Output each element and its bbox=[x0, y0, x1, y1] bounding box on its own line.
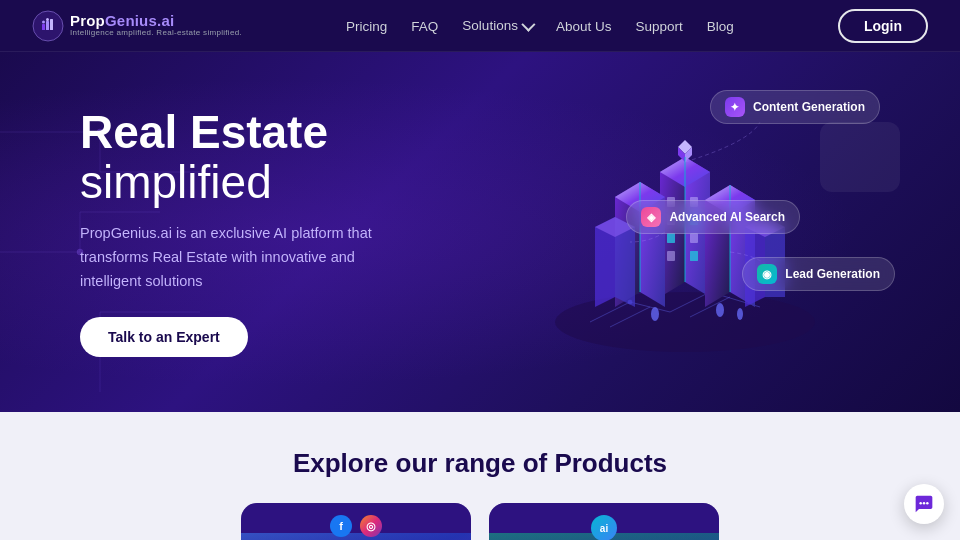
svg-rect-1 bbox=[42, 24, 45, 30]
cta-button[interactable]: Talk to an Expert bbox=[80, 317, 248, 357]
product-card-ai[interactable]: ai bbox=[489, 503, 719, 540]
svg-rect-40 bbox=[690, 251, 698, 261]
svg-rect-33 bbox=[667, 251, 675, 261]
nav-about[interactable]: About Us bbox=[556, 19, 612, 34]
logo-tagline: Intelligence amplified. Real-estate simp… bbox=[70, 29, 242, 38]
ai-search-icon: ◈ bbox=[641, 207, 661, 227]
hero-section: Real Estate simplified PropGenius.ai is … bbox=[0, 52, 960, 412]
nav-faq[interactable]: FAQ bbox=[411, 19, 438, 34]
float-card-lead-gen: ◉ Lead Generation bbox=[742, 257, 895, 291]
solutions-chevron-icon bbox=[521, 17, 535, 31]
nav-pricing[interactable]: Pricing bbox=[346, 19, 387, 34]
logo-text: PropGenius.ai Intelligence amplified. Re… bbox=[70, 13, 242, 38]
hero-content: Real Estate simplified PropGenius.ai is … bbox=[80, 107, 500, 358]
nav-support[interactable]: Support bbox=[635, 19, 682, 34]
products-grid: f ◎ ai bbox=[60, 503, 900, 540]
svg-rect-36 bbox=[690, 233, 698, 243]
svg-point-4 bbox=[42, 20, 45, 23]
navbar: PropGenius.ai Intelligence amplified. Re… bbox=[0, 0, 960, 52]
float-card-ai-search: ◈ Advanced AI Search bbox=[626, 200, 800, 234]
hero-description: PropGenius.ai is an exclusive AI platfor… bbox=[80, 222, 420, 294]
instagram-icon: ◎ bbox=[360, 515, 382, 537]
products-title: Explore our range of Products bbox=[60, 448, 900, 479]
svg-point-9 bbox=[555, 292, 815, 352]
float-card-content-gen: ✦ Content Generation bbox=[710, 90, 880, 124]
svg-point-49 bbox=[926, 502, 929, 505]
chat-icon bbox=[914, 494, 934, 514]
logo-name: PropGenius.ai bbox=[70, 13, 242, 30]
logo-icon bbox=[32, 10, 64, 42]
nav-solutions[interactable]: Solutions bbox=[462, 18, 532, 33]
gray-decoration bbox=[820, 122, 900, 192]
facebook-icon: f bbox=[330, 515, 352, 537]
svg-rect-2 bbox=[46, 21, 49, 30]
login-button[interactable]: Login bbox=[838, 9, 928, 43]
content-gen-icon: ✦ bbox=[725, 97, 745, 117]
svg-point-5 bbox=[46, 18, 49, 21]
hero-title: Real Estate simplified bbox=[80, 107, 500, 208]
svg-point-45 bbox=[716, 303, 724, 317]
products-section: Explore our range of Products f ◎ ai bbox=[0, 412, 960, 540]
svg-rect-38 bbox=[667, 233, 675, 243]
svg-point-47 bbox=[919, 502, 922, 505]
nav-blog[interactable]: Blog bbox=[707, 19, 734, 34]
chat-bubble[interactable] bbox=[904, 484, 944, 524]
svg-point-48 bbox=[923, 502, 926, 505]
svg-point-44 bbox=[651, 307, 659, 321]
hero-illustration: ✦ Content Generation ◈ Advanced AI Searc… bbox=[500, 82, 900, 382]
nav-links: Pricing FAQ Solutions About Us Support B… bbox=[346, 17, 734, 35]
social-icons: f ◎ bbox=[330, 515, 382, 537]
lead-gen-icon: ◉ bbox=[757, 264, 777, 284]
ai-icon: ai bbox=[591, 515, 617, 540]
svg-point-46 bbox=[737, 308, 743, 320]
product-card-social[interactable]: f ◎ bbox=[241, 503, 471, 540]
svg-rect-3 bbox=[50, 19, 53, 30]
logo-area: PropGenius.ai Intelligence amplified. Re… bbox=[32, 10, 242, 42]
